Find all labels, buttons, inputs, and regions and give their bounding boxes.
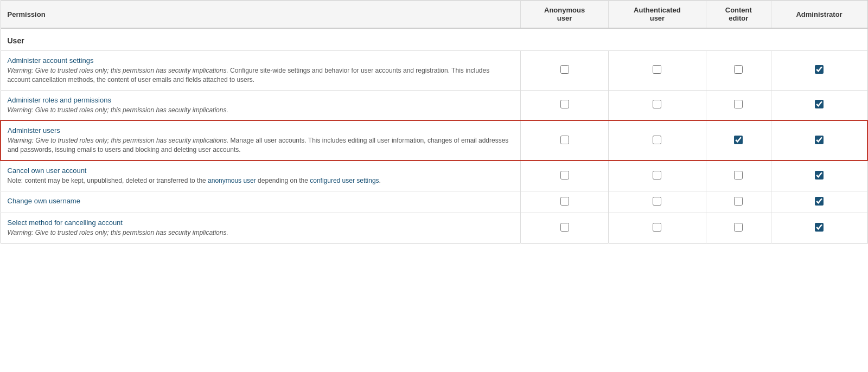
column-header-authenticated: Authenticateduser xyxy=(608,1,706,29)
checkbox-administrator[interactable] xyxy=(771,51,867,91)
warning-text: Warning: Give to trusted roles only; thi… xyxy=(8,137,228,144)
checkbox-content-editor-input[interactable] xyxy=(734,65,743,74)
checkbox-content-editor-input[interactable] xyxy=(734,223,743,232)
permission-name: Select method for cancelling account xyxy=(8,219,514,227)
checkbox-administrator[interactable] xyxy=(771,213,867,243)
checkbox-anonymous[interactable] xyxy=(521,161,609,191)
checkbox-administrator[interactable] xyxy=(771,120,867,161)
warning-text: Warning: Give to trusted roles only; thi… xyxy=(8,106,228,114)
checkbox-content-editor[interactable] xyxy=(706,51,771,91)
checkbox-anonymous-input[interactable] xyxy=(560,65,569,74)
permission-name-link[interactable]: Administer account settings xyxy=(8,56,94,65)
warning-text: Warning: Give to trusted roles only; thi… xyxy=(8,67,228,74)
checkbox-authenticated-input[interactable] xyxy=(653,100,661,108)
table-header-row: Permission Anonymoususer Authenticatedus… xyxy=(1,1,867,29)
checkbox-content-editor-input[interactable] xyxy=(734,100,743,108)
checkbox-authenticated[interactable] xyxy=(608,51,706,91)
checkbox-content-editor-input[interactable] xyxy=(734,136,743,144)
checkbox-content-editor[interactable] xyxy=(706,120,771,161)
checkbox-content-editor-input[interactable] xyxy=(734,197,743,206)
checkbox-content-editor[interactable] xyxy=(706,213,771,243)
checkbox-authenticated-input[interactable] xyxy=(653,223,661,232)
section-header-user: User xyxy=(1,28,867,51)
permission-description-cell: Administer users Warning: Give to truste… xyxy=(1,120,521,161)
checkbox-content-editor[interactable] xyxy=(706,161,771,191)
column-header-content-editor: Contenteditor xyxy=(706,1,771,29)
checkbox-authenticated[interactable] xyxy=(608,191,706,213)
checkbox-administrator-input[interactable] xyxy=(815,223,824,232)
checkbox-administrator-input[interactable] xyxy=(815,136,824,144)
checkbox-anonymous-input[interactable] xyxy=(560,171,569,179)
checkbox-anonymous[interactable] xyxy=(521,90,609,120)
warning-text: Warning: Give to trusted roles only; thi… xyxy=(8,229,228,236)
permission-name-link[interactable]: Select method for cancelling account xyxy=(8,219,123,227)
checkbox-anonymous-input[interactable] xyxy=(560,100,569,108)
checkbox-authenticated-input[interactable] xyxy=(653,65,661,74)
checkbox-administrator[interactable] xyxy=(771,90,867,120)
checkbox-administrator[interactable] xyxy=(771,161,867,191)
permission-desc: Warning: Give to trusted roles only; thi… xyxy=(8,136,514,155)
permission-row-administer-roles: Administer roles and permissions Warning… xyxy=(1,90,867,120)
permission-desc: Warning: Give to trusted roles only; thi… xyxy=(8,66,514,85)
checkbox-anonymous-input[interactable] xyxy=(560,223,569,232)
checkbox-authenticated[interactable] xyxy=(608,120,706,161)
permission-name: Cancel own user account xyxy=(8,166,514,175)
checkbox-anonymous[interactable] xyxy=(521,120,609,161)
permission-name: Change own username xyxy=(8,197,514,205)
checkbox-anonymous[interactable] xyxy=(521,213,609,243)
permission-description-cell: Select method for cancelling account War… xyxy=(1,213,521,243)
checkbox-authenticated[interactable] xyxy=(608,90,706,120)
permissions-table: Permission Anonymoususer Authenticatedus… xyxy=(0,0,868,243)
column-header-anonymous: Anonymoususer xyxy=(521,1,609,29)
permission-name: Administer account settings xyxy=(8,56,514,65)
checkbox-authenticated[interactable] xyxy=(608,213,706,243)
permission-description-cell: Cancel own user account Note: content ma… xyxy=(1,161,521,191)
configured-settings-link[interactable]: configured user settings xyxy=(310,177,379,184)
permission-row-select-method-cancelling: Select method for cancelling account War… xyxy=(1,213,867,243)
checkbox-authenticated-input[interactable] xyxy=(653,136,661,144)
permission-row-administer-account-settings: Administer account settings Warning: Giv… xyxy=(1,51,867,91)
checkbox-administrator-input[interactable] xyxy=(815,100,824,108)
permission-row-cancel-own-account: Cancel own user account Note: content ma… xyxy=(1,161,867,191)
checkbox-administrator-input[interactable] xyxy=(815,171,824,179)
permission-desc: Warning: Give to trusted roles only; thi… xyxy=(8,106,514,115)
column-header-permission: Permission xyxy=(1,1,521,29)
checkbox-content-editor[interactable] xyxy=(706,90,771,120)
checkbox-administrator[interactable] xyxy=(771,191,867,213)
permission-name-link[interactable]: Cancel own user account xyxy=(8,166,87,175)
column-header-administrator: Administrator xyxy=(771,1,867,29)
checkbox-anonymous[interactable] xyxy=(521,191,609,213)
permission-name: Administer users xyxy=(8,126,514,134)
permission-description-cell: Administer roles and permissions Warning… xyxy=(1,90,521,120)
permission-row-administer-users: Administer users Warning: Give to truste… xyxy=(1,120,867,161)
checkbox-administrator-input[interactable] xyxy=(815,197,824,206)
checkbox-administrator-input[interactable] xyxy=(815,65,824,74)
checkbox-anonymous-input[interactable] xyxy=(560,197,569,206)
checkbox-anonymous[interactable] xyxy=(521,51,609,91)
permission-description-cell: Administer account settings Warning: Giv… xyxy=(1,51,521,91)
checkbox-authenticated-input[interactable] xyxy=(653,197,661,206)
permission-desc: Note: content may be kept, unpublished, … xyxy=(8,176,514,185)
checkbox-authenticated-input[interactable] xyxy=(653,171,661,179)
checkbox-authenticated[interactable] xyxy=(608,161,706,191)
permission-name: Administer roles and permissions xyxy=(8,96,514,104)
anonymous-user-link[interactable]: anonymous user xyxy=(208,177,256,184)
permission-desc: Warning: Give to trusted roles only; thi… xyxy=(8,228,514,238)
checkbox-content-editor[interactable] xyxy=(706,191,771,213)
checkbox-content-editor-input[interactable] xyxy=(734,171,743,179)
permission-row-change-own-username: Change own username xyxy=(1,191,867,213)
permission-description-cell: Change own username xyxy=(1,191,521,213)
checkbox-anonymous-input[interactable] xyxy=(560,136,569,144)
